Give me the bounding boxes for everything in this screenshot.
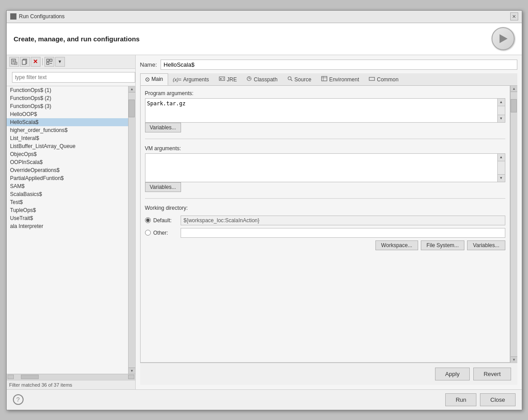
tab-jre[interactable]: JRE	[214, 73, 242, 85]
list-item[interactable]: ListBuffer_ListArray_Queue	[7, 142, 128, 150]
svg-line-19	[291, 80, 292, 81]
name-label: Name:	[140, 61, 157, 68]
copy-config-button[interactable]	[20, 57, 30, 67]
default-radio-label: Default:	[153, 217, 178, 224]
list-item[interactable]: List_Interal$	[7, 134, 128, 142]
filter-input[interactable]	[12, 72, 135, 83]
new-config-button[interactable]	[9, 57, 19, 67]
file-system-button[interactable]: File System...	[421, 240, 465, 250]
horizontal-scrollbar[interactable]	[7, 374, 135, 380]
list-item[interactable]: SAM$	[7, 182, 128, 190]
list-item[interactable]: higher_order_functions$	[7, 126, 128, 134]
classpath-tab-label: Classpath	[254, 76, 277, 83]
tabs-bar: ⊙ Main (x)= Arguments JRE	[140, 73, 517, 86]
environment-tab-label: Environment	[329, 76, 359, 83]
arguments-tab-icon: (x)=	[173, 77, 181, 82]
svg-rect-10	[47, 62, 49, 64]
program-args-label: Program arguments:	[145, 90, 505, 96]
name-row: Name:	[140, 60, 517, 70]
tab-environment[interactable]: Environment	[316, 73, 364, 85]
right-content-scrollbar[interactable]: ▲ ▼	[510, 86, 517, 363]
run-button[interactable]: Run	[445, 393, 476, 406]
dir-buttons: Workspace... File System... Variables...	[145, 240, 505, 250]
list-item[interactable]: Test$	[7, 198, 128, 206]
other-radio-row: Other:	[145, 228, 505, 238]
list-item[interactable]: FunctionOps$ (3)	[7, 102, 128, 110]
list-item[interactable]: ala Interpreter	[7, 222, 128, 230]
other-radio-label: Other:	[153, 230, 178, 236]
vm-args-section: VM arguments: ▲ ▼ Variables...	[145, 145, 505, 192]
common-tab-label: Common	[377, 76, 399, 83]
run-triangle-icon	[500, 34, 508, 43]
list-item[interactable]: HelloOOP$	[7, 110, 128, 118]
name-input[interactable]	[161, 60, 517, 70]
tab-classpath[interactable]: Classpath	[242, 73, 282, 85]
program-args-scroll-up[interactable]: ▲	[498, 99, 505, 106]
toolbar: ✕ ▼	[7, 55, 135, 69]
list-item[interactable]: ScalaBasics$	[7, 190, 128, 198]
collapse-all-button[interactable]	[44, 57, 54, 67]
left-panel: ✕ ▼ FunctionOps$ (1) FunctionOps$ (2) Fu…	[7, 55, 136, 389]
svg-rect-20	[322, 76, 327, 81]
working-dir-variables-button[interactable]: Variables...	[467, 240, 505, 250]
list-scroll-container: FunctionOps$ (1) FunctionOps$ (2) Functi…	[7, 86, 135, 374]
apply-revert-buttons: Apply Revert	[140, 363, 517, 385]
source-tab-label: Source	[294, 76, 311, 83]
list-item-selected[interactable]: HelloScala$	[7, 118, 128, 126]
other-radio[interactable]	[145, 230, 151, 236]
default-radio[interactable]	[145, 217, 151, 223]
window-icon	[10, 13, 16, 20]
scrollbar-thumb[interactable]	[129, 100, 135, 117]
revert-button[interactable]: Revert	[473, 368, 511, 380]
svg-rect-21	[369, 77, 375, 80]
vm-args-label: VM arguments:	[145, 145, 505, 152]
workspace-button[interactable]: Workspace...	[375, 240, 418, 250]
list-item[interactable]: ObjecOps$	[7, 150, 128, 158]
title-bar-left: Run Configurations	[10, 13, 65, 20]
vm-args-scroll-down[interactable]: ▼	[498, 175, 505, 182]
list-item[interactable]: PartialAppliedFuntion$	[7, 174, 128, 182]
horizontal-scrollbar-thumb[interactable]	[21, 375, 39, 379]
program-args-scroll: ▲ ▼	[498, 98, 505, 123]
list-item[interactable]: FunctionOps$ (1)	[7, 86, 128, 94]
apply-button[interactable]: Apply	[435, 368, 470, 380]
list-item[interactable]: OverrideOperations$	[7, 166, 128, 174]
vm-args-input[interactable]	[145, 153, 498, 182]
list-item[interactable]: UseTrait$	[7, 214, 128, 222]
header-area: Create, manage, and run configurations	[7, 23, 522, 55]
filter-status: Filter matched 36 of 37 items	[7, 380, 135, 389]
config-list: FunctionOps$ (1) FunctionOps$ (2) Functi…	[7, 86, 128, 374]
svg-rect-9	[47, 59, 49, 61]
svg-rect-11	[50, 59, 52, 61]
list-scrollbar[interactable]: ▲ ▼	[128, 86, 135, 374]
help-button[interactable]: ?	[13, 394, 24, 405]
separator-1	[42, 58, 43, 65]
environment-tab-icon	[321, 76, 327, 83]
tab-arguments[interactable]: (x)= Arguments	[168, 73, 214, 85]
close-button[interactable]: ✕	[510, 12, 518, 20]
run-icon-button[interactable]	[492, 27, 515, 50]
vm-args-scroll-up[interactable]: ▲	[498, 154, 505, 161]
run-configurations-window: Run Configurations ✕ Create, manage, and…	[6, 10, 522, 410]
window-footer: ? Run Close	[7, 389, 522, 410]
delete-config-button[interactable]: ✕	[31, 57, 40, 67]
right-panel: Name: ⊙ Main (x)= Arguments JRE	[136, 55, 522, 389]
program-args-variables-button[interactable]: Variables...	[145, 123, 181, 132]
svg-point-18	[288, 77, 291, 80]
vm-args-container: ▲ ▼	[145, 153, 505, 182]
filter-wrap	[7, 69, 135, 86]
list-item[interactable]: OOPInScala$	[7, 158, 128, 166]
list-item[interactable]: TupleOps$	[7, 206, 128, 214]
tab-source[interactable]: Source	[282, 73, 316, 85]
right-content-scrollbar-thumb[interactable]	[511, 99, 517, 112]
dropdown-button[interactable]: ▼	[55, 57, 65, 67]
tab-common[interactable]: Common	[364, 73, 403, 85]
close-button-footer[interactable]: Close	[480, 393, 515, 406]
source-tab-icon	[287, 76, 293, 83]
list-item[interactable]: FunctionOps$ (2)	[7, 94, 128, 102]
program-args-input[interactable]: Spark.tar.gz	[145, 98, 498, 123]
tab-main[interactable]: ⊙ Main	[140, 73, 168, 85]
other-dir-input[interactable]	[181, 228, 505, 238]
program-args-scroll-down[interactable]: ▼	[498, 115, 505, 122]
vm-args-variables-button[interactable]: Variables...	[145, 182, 181, 192]
